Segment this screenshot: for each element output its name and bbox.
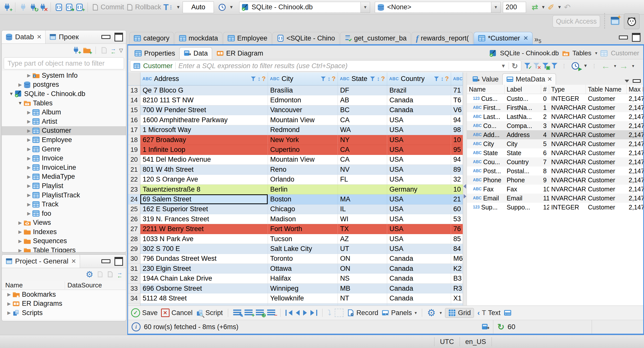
meta-row-compa[interactable]: ABCCo...Compa...3NVARCHARCustomer2,147,4… (467, 121, 643, 130)
schema-combo-arrow[interactable]: ▼ (491, 2, 500, 13)
sync-connection-icon[interactable]: ⇄ (532, 3, 538, 12)
grid-cell[interactable]: USA (387, 244, 451, 254)
tree-item-employee[interactable]: ▶Employee (2, 135, 126, 145)
transaction-dropdown-icon[interactable]: ▼ (176, 5, 180, 10)
row-number[interactable]: 24 (128, 194, 140, 204)
grid-cell[interactable]: Brazil (387, 85, 451, 95)
meta-column-label[interactable]: Label (505, 85, 541, 94)
meta-row-state[interactable]: ABCStateState6NVARCHARCustomer2,147,483 (467, 148, 643, 157)
sql-editor-recent-icon[interactable]: ➜ (65, 3, 73, 11)
tab-database-navigator[interactable]: Datab✕ (2, 30, 46, 44)
grid-cell[interactable]: 76 (451, 224, 463, 234)
grid-cell[interactable] (140, 303, 268, 306)
grid-cell[interactable]: ON (338, 264, 387, 274)
editor-tab--sqlite-chino[interactable]: <SQLite - Chino (272, 32, 339, 44)
grid-cell[interactable]: 10 (451, 135, 463, 145)
history-dropdown-icon[interactable]: ▼ (229, 5, 233, 10)
grid-cell[interactable]: USA (387, 194, 451, 204)
open-perspective-icon[interactable]: ✦ (610, 16, 620, 26)
grid-cell[interactable]: CA (338, 155, 387, 165)
grid-cell[interactable]: Canada (387, 264, 451, 274)
tree-item-customer[interactable]: ▶Customer (2, 126, 126, 136)
new-folder-icon[interactable]: + (83, 46, 91, 54)
gear-icon[interactable]: ⚙ (86, 270, 93, 279)
grid-cell[interactable]: Canada (387, 105, 451, 115)
extra-panel-icon[interactable] (504, 309, 512, 317)
new-connection-icon[interactable]: + (3, 3, 11, 11)
tree-item-artist[interactable]: ▶Artist (2, 117, 126, 126)
quick-access-box[interactable]: Quick Access (552, 15, 600, 28)
row-number[interactable] (128, 303, 140, 306)
row-number[interactable]: 22 (128, 175, 140, 185)
meta-column-name[interactable]: Name (467, 85, 505, 94)
dbeaver-perspective-button[interactable] (624, 14, 639, 29)
sql-editor-new-icon[interactable]: + (75, 3, 84, 11)
row-number[interactable]: 19 (128, 145, 140, 155)
grid-cell[interactable]: Canada (387, 284, 451, 293)
fetch-size-input[interactable]: 200 (503, 2, 526, 13)
grid-cell[interactable]: 8210 111 ST NW (140, 95, 268, 105)
panel-tab-metadata[interactable]: MetaData✕ (502, 73, 556, 85)
chevron-right-icon[interactable]: ▶ (26, 110, 32, 115)
grid-cell[interactable]: Canada (387, 254, 451, 264)
tab-projects[interactable]: Проек (46, 30, 82, 44)
grid-cell[interactable]: BC (338, 105, 387, 115)
grid-cell[interactable]: 1 Microsoft Way (140, 125, 268, 135)
row-number[interactable]: 23 (128, 185, 140, 194)
expand-all-icon[interactable] (107, 271, 113, 278)
tree-item-views[interactable]: ▶Views (2, 218, 126, 228)
panels-button[interactable]: Panels▾ (382, 309, 417, 317)
project-item-er-diagrams[interactable]: ▶ER Diagrams (2, 299, 126, 309)
grid-cell[interactable]: Canada (387, 274, 451, 283)
meta-row-city[interactable]: ABCCityCity5NVARCHARCustomer2,147,483 (467, 139, 643, 148)
grid-cell[interactable]: WA (338, 125, 387, 135)
grid-cell[interactable]: Halifax (268, 274, 338, 283)
minimize-icon[interactable] (101, 259, 110, 263)
close-icon[interactable]: ✕ (547, 76, 552, 83)
row-number[interactable]: 30 (128, 254, 140, 264)
grid-cell[interactable]: T6 (451, 95, 463, 105)
filter-funnel-icon[interactable] (321, 76, 326, 81)
grid-cell[interactable]: 302 S 700 E (140, 244, 268, 254)
tab-overflow-button[interactable]: »5 (534, 35, 541, 44)
grid-cell[interactable]: V6 (451, 105, 463, 115)
commit-button[interactable]: Commit (92, 3, 124, 11)
chevron-right-icon[interactable]: ▶ (6, 292, 12, 297)
grid-cell[interactable]: 1600 Amphitheatre Parkway (140, 115, 268, 125)
history-clock-icon[interactable] (218, 3, 226, 11)
grid-cell[interactable]: USA (387, 175, 451, 185)
collapse-right-icon[interactable] (464, 194, 466, 199)
compare-icon[interactable]: ✐ (548, 3, 554, 12)
help-icon[interactable]: ? (262, 75, 266, 82)
txn-mode-combo[interactable]: Auto (183, 2, 214, 13)
tree-item-genre[interactable]: ▶Genre (2, 145, 126, 154)
row-number[interactable]: 13 (128, 85, 140, 95)
script-button[interactable]: 🔍 Script (196, 309, 223, 317)
tree-item-foo[interactable]: ▶foo (2, 209, 126, 218)
grid-cell[interactable]: 696 Osborne Street (140, 284, 268, 293)
grid-cell[interactable]: USA (387, 155, 451, 165)
chevron-down-icon[interactable]: ▼ (8, 91, 15, 97)
grid-cell[interactable] (338, 185, 387, 194)
apply-filter-icon[interactable]: ✓ (524, 63, 530, 69)
panel-splitter[interactable] (463, 72, 467, 306)
tree-item-mediatype[interactable]: ▶MediaType (2, 172, 126, 182)
grid-cell[interactable]: Winnipeg (268, 284, 338, 293)
grid-cell[interactable]: NT (338, 293, 387, 303)
grid-cell[interactable] (268, 303, 338, 306)
grid-cell[interactable]: Cupertino (268, 145, 338, 155)
tree-item-invoice[interactable]: ▶Invoice (2, 154, 126, 163)
grid-cell[interactable]: NS (338, 274, 387, 283)
grid-cell[interactable]: Tauentzienstraße 8 (140, 185, 268, 194)
meta-row-lastna[interactable]: ABCLast...LastNa...2NVARCHARCustomer2,14… (467, 112, 643, 121)
editor-tab-rewards-report-[interactable]: frewards_report( (412, 32, 473, 44)
meta-row-custo[interactable]: 123Cus...Custo...0INTEGERCustomer2,147,4… (467, 94, 643, 103)
grid-cell[interactable]: NV (338, 165, 387, 175)
grid-cell[interactable]: 700 W Pender Street (140, 105, 268, 115)
help-icon[interactable]: ? (381, 75, 385, 82)
grid-cell[interactable]: CA (338, 145, 387, 155)
chevron-right-icon[interactable]: ▶ (26, 183, 32, 189)
grid-cell[interactable]: Orlando (268, 175, 338, 185)
settings-dropdown-icon[interactable]: ▾ (440, 310, 442, 316)
column-header-City[interactable]: ABCCity↕? (268, 72, 338, 85)
